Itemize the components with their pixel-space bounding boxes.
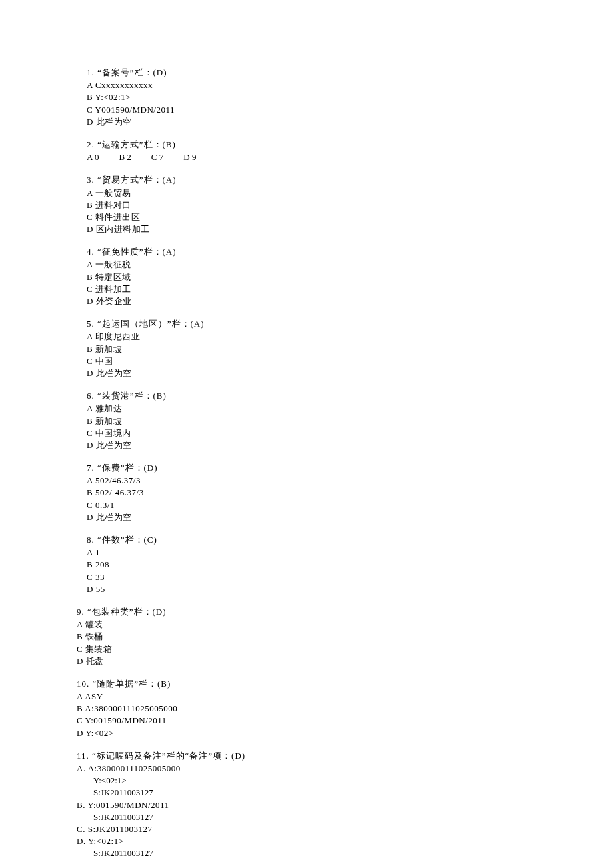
option-sub: Y:<02:1> bbox=[93, 775, 546, 787]
option: B 特定区域 bbox=[87, 271, 546, 283]
option: A. A:380000111025005000 bbox=[77, 763, 546, 775]
option: B 502/-46.37/3 bbox=[87, 487, 546, 499]
option: D 此栏为空 bbox=[87, 439, 546, 451]
question-11: 11. “标记唛码及备注”栏的“备注”项：(D) A. A:3800001110… bbox=[77, 750, 546, 860]
option: D 55 bbox=[87, 583, 546, 595]
option: C 33 bbox=[87, 571, 546, 583]
option: A 502/46.37/3 bbox=[87, 475, 546, 487]
question-title: 5. “起运国（地区）”栏：(A) bbox=[87, 318, 546, 330]
question-6: 6. “装货港”栏：(B) A 雅加达 B 新加坡 C 中国境内 D 此栏为空 bbox=[87, 390, 546, 451]
option: B 铁桶 bbox=[77, 631, 546, 643]
question-7: 7. “保费”栏：(D) A 502/46.37/3 B 502/-46.37/… bbox=[87, 462, 546, 523]
option: D 此栏为空 bbox=[87, 367, 546, 379]
option: B 2 bbox=[119, 151, 131, 163]
option-sub: S:JK2011003127 bbox=[93, 811, 546, 823]
option: A 印度尼西亚 bbox=[87, 331, 546, 343]
option: D Y:<02> bbox=[77, 727, 546, 739]
option: A 罐装 bbox=[77, 619, 546, 631]
question-4: 4. “征免性质”栏：(A) A 一般征税 B 特定区域 C 进料加工 D 外资… bbox=[87, 246, 546, 307]
option: C Y001590/MDN/2011 bbox=[87, 104, 546, 116]
question-title: 6. “装货港”栏：(B) bbox=[87, 390, 546, 402]
question-title: 8. “件数”栏：(C) bbox=[87, 534, 546, 546]
question-title: 10. “随附单据”栏：(B) bbox=[77, 678, 546, 690]
option: B A:380000111025005000 bbox=[77, 703, 546, 715]
option: C Y:001590/MDN/2011 bbox=[77, 715, 546, 727]
option: C 中国境内 bbox=[87, 427, 546, 439]
option: C 7 bbox=[151, 151, 163, 163]
option-sub: S:JK2011003127 bbox=[93, 787, 546, 799]
question-3: 3. “贸易方式”栏：(A) A 一般贸易 B 进料对口 C 料件进出区 D 区… bbox=[87, 174, 546, 235]
question-title: 11. “标记唛码及备注”栏的“备注”项：(D) bbox=[77, 750, 546, 762]
option: D 此栏为空 bbox=[87, 116, 546, 128]
option: A Cxxxxxxxxxxx bbox=[87, 79, 546, 91]
option: C 料件进出区 bbox=[87, 211, 546, 223]
option: B 进料对口 bbox=[87, 199, 546, 211]
option: B 新加坡 bbox=[87, 415, 546, 427]
option: B 208 bbox=[87, 559, 546, 571]
option: C 0.3/1 bbox=[87, 499, 546, 511]
question-10: 10. “随附单据”栏：(B) A ASY B A:38000011102500… bbox=[77, 678, 546, 739]
question-5: 5. “起运国（地区）”栏：(A) A 印度尼西亚 B 新加坡 C 中国 D 此… bbox=[87, 318, 546, 379]
option: D 区内进料加工 bbox=[87, 223, 546, 235]
option-sub: S:JK2011003127 bbox=[93, 847, 546, 859]
question-8: 8. “件数”栏：(C) A 1 B 208 C 33 D 55 bbox=[87, 534, 546, 595]
question-title: 7. “保费”栏：(D) bbox=[87, 462, 546, 474]
option: A 雅加达 bbox=[87, 403, 546, 415]
option: B Y:<02:1> bbox=[87, 91, 546, 103]
option: D 外资企业 bbox=[87, 295, 546, 307]
option: C 进料加工 bbox=[87, 283, 546, 295]
question-1: 1. “备案号”栏：(D) A Cxxxxxxxxxxx B Y:<02:1> … bbox=[87, 67, 546, 128]
option: A 一般征税 bbox=[87, 259, 546, 271]
option: D. Y:<02:1> bbox=[77, 835, 546, 847]
option: B 新加坡 bbox=[87, 343, 546, 355]
option: B. Y:001590/MDN/2011 bbox=[77, 799, 546, 811]
question-title: 4. “征免性质”栏：(A) bbox=[87, 246, 546, 258]
question-9: 9. “包装种类”栏：(D) A 罐装 B 铁桶 C 集装箱 D 托盘 bbox=[77, 606, 546, 667]
question-title: 1. “备案号”栏：(D) bbox=[87, 67, 546, 79]
question-2: 2. “运输方式”栏：(B) A 0 B 2 C 7 D 9 bbox=[87, 139, 546, 163]
option: D 此栏为空 bbox=[87, 511, 546, 523]
option: D 托盘 bbox=[77, 655, 546, 667]
option: A 0 bbox=[87, 151, 99, 163]
option: C 集装箱 bbox=[77, 643, 546, 655]
question-title: 9. “包装种类”栏：(D) bbox=[77, 606, 546, 618]
option: A ASY bbox=[77, 691, 546, 703]
question-title: 3. “贸易方式”栏：(A) bbox=[87, 174, 546, 186]
option: A 一般贸易 bbox=[87, 187, 546, 199]
option: D 9 bbox=[183, 151, 196, 163]
option: A 1 bbox=[87, 547, 546, 559]
option: C 中国 bbox=[87, 355, 546, 367]
option: C. S:JK2011003127 bbox=[77, 823, 546, 835]
question-title: 2. “运输方式”栏：(B) bbox=[87, 139, 546, 151]
